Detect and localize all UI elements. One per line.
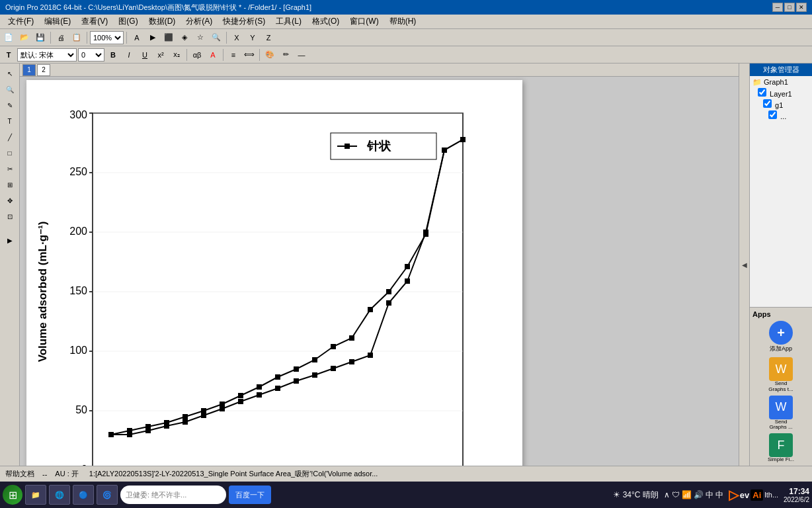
network-icon[interactable]: 🛡	[672, 490, 680, 499]
align-right-btn[interactable]: ⟺	[242, 48, 257, 62]
app-item-2[interactable]: F Simple Fi...	[752, 433, 809, 463]
sound-icon[interactable]: 🔊	[694, 490, 704, 499]
font-size-select[interactable]: 0	[78, 48, 104, 62]
lang-indicator[interactable]: 中	[706, 489, 713, 501]
minimize-button[interactable]: ─	[772, 3, 783, 12]
svg-text:0: 0	[81, 464, 87, 466]
toolbar-format: T 默认: 宋体 0 B I U x² x₂ αβ A ≡ ⟺ 🎨 ✏ —	[0, 46, 812, 64]
line-color-btn[interactable]: ✏	[278, 48, 293, 62]
menu-help[interactable]: 帮助(H)	[384, 15, 422, 28]
new-button[interactable]: 📄	[1, 30, 16, 45]
tb-btn-6[interactable]: 🔍	[209, 30, 223, 45]
align-left-btn[interactable]: ≡	[226, 48, 241, 62]
italic-button[interactable]: I	[122, 48, 136, 62]
svg-text:300: 300	[69, 109, 87, 120]
tb-btn-1[interactable]: A	[130, 30, 144, 45]
tb-btn-4[interactable]: ◈	[177, 30, 192, 45]
save-button[interactable]: 💾	[33, 30, 48, 45]
zoom-select[interactable]: 100%	[90, 31, 124, 44]
line-tool[interactable]: ╱	[2, 130, 18, 144]
tray-up-icon[interactable]: ∧	[664, 490, 670, 499]
superscript-button[interactable]: x²	[153, 48, 168, 62]
copy-button[interactable]: 📋	[69, 30, 84, 45]
tb-btn-9[interactable]: Z	[261, 30, 276, 45]
data-tool[interactable]: ⊞	[2, 177, 18, 192]
app-icon-0: W	[769, 357, 793, 381]
pointer-tool[interactable]: ↖	[2, 66, 18, 81]
app-item-1[interactable]: W SendGraphs ...	[752, 396, 809, 431]
maximize-button[interactable]: □	[784, 3, 795, 12]
tb-btn-8[interactable]: Y	[245, 30, 260, 45]
bold-button[interactable]: B	[106, 48, 120, 62]
font-select[interactable]: 默认: 宋体	[17, 48, 77, 62]
close-button[interactable]: ✕	[796, 3, 807, 12]
subscript-button[interactable]: x₂	[169, 48, 184, 62]
menu-edit[interactable]: 编辑(E)	[39, 15, 76, 28]
menu-file[interactable]: 文件(F)	[3, 15, 39, 28]
search-box[interactable]	[120, 486, 226, 504]
svg-rect-74	[423, 232, 428, 237]
font-color-btn[interactable]: A	[206, 48, 220, 62]
panel-arrow-icon[interactable]: ◀	[742, 261, 747, 269]
canvas-area: 1 2	[20, 64, 739, 466]
layer1-checkbox[interactable]	[758, 88, 766, 97]
draw-tool[interactable]: ✎	[2, 98, 18, 112]
baidu-button[interactable]: 百度一下	[229, 486, 271, 504]
start-button[interactable]: ⊞	[3, 485, 22, 505]
start-icon: ⊞	[9, 489, 17, 501]
fill-color-btn[interactable]: 🎨	[263, 48, 277, 62]
right-panel: 对象管理器 📁 Graph1 Layer1 g1 ... Apps	[749, 64, 812, 466]
tree-item-graph1[interactable]: 📁 Graph1	[751, 77, 811, 87]
alpha-btn[interactable]: αβ	[190, 48, 204, 62]
menu-format[interactable]: 格式(O)	[307, 15, 345, 28]
taskbar-right: ☀ 34°C 晴朗 ∧ 🛡 📶 🔊 中 中 ▷ ev Ai lth... 17:…	[613, 487, 809, 503]
print-button[interactable]: 🖨	[54, 30, 68, 45]
menu-analysis[interactable]: 分析(A)	[181, 15, 218, 28]
menu-window[interactable]: 窗口(W)	[345, 15, 384, 28]
move-tool[interactable]: ✥	[2, 193, 18, 208]
page-2[interactable]: 2	[37, 64, 50, 76]
region-tool[interactable]: ⊡	[2, 209, 18, 224]
page-1[interactable]: 1	[22, 64, 36, 76]
text-bold-btn[interactable]: T	[1, 48, 16, 62]
line-style-btn[interactable]: —	[294, 48, 309, 62]
menu-tools[interactable]: 工具(L)	[270, 15, 307, 28]
taskbar-file-explorer[interactable]: 📁	[25, 485, 46, 505]
svg-rect-72	[386, 289, 391, 294]
tb-btn-7[interactable]: X	[229, 30, 244, 45]
rect-tool[interactable]: □	[2, 146, 18, 160]
ime-indicator[interactable]: 中	[715, 489, 723, 501]
sub-checkbox[interactable]	[768, 110, 777, 119]
toolbar-main: 📄 📂 💾 🖨 📋 100% A ▶ ⬛ ◈ ☆ 🔍 X Y Z	[0, 29, 812, 46]
expand-arrow[interactable]: ▶	[2, 233, 18, 247]
time-display: 17:34	[784, 487, 809, 496]
underline-button[interactable]: U	[138, 48, 152, 62]
taskbar-browser[interactable]: 🌀	[97, 485, 118, 505]
menu-data[interactable]: 数据(D)	[143, 15, 181, 28]
tree-item-layer1[interactable]: Layer1	[751, 87, 811, 99]
open-button[interactable]: 📂	[17, 30, 32, 45]
weather-widget: ☀ 34°C 晴朗	[613, 489, 659, 501]
tb-btn-5[interactable]: ☆	[193, 30, 208, 45]
svg-text:100: 100	[69, 345, 87, 356]
text-tool[interactable]: T	[2, 114, 18, 128]
wifi-icon[interactable]: 📶	[682, 490, 692, 499]
tree-item-g1[interactable]: g1	[751, 99, 811, 110]
search-input[interactable]	[126, 491, 205, 499]
edit-tool[interactable]: ✂	[2, 161, 18, 176]
svg-rect-53	[405, 278, 410, 284]
add-app-button[interactable]: + 添加App	[752, 321, 809, 353]
menu-graph[interactable]: 图(G)	[113, 15, 143, 28]
tb-btn-2[interactable]: ▶	[145, 30, 160, 45]
app-item-0[interactable]: W SendGraphs t...	[752, 357, 809, 393]
clock: 17:34 2022/6/2	[784, 487, 809, 503]
taskbar-ie[interactable]: 🔵	[73, 485, 94, 505]
menu-quick-analysis[interactable]: 快捷分析(S)	[218, 15, 270, 28]
taskbar-edge[interactable]: 🌐	[49, 485, 70, 505]
g1-checkbox[interactable]	[763, 99, 772, 108]
zoom-tool[interactable]: 🔍	[2, 82, 18, 97]
menu-view[interactable]: 查看(V)	[76, 15, 113, 28]
tree-item-sub[interactable]: ...	[751, 110, 811, 121]
tb-btn-3[interactable]: ⬛	[161, 30, 176, 45]
panel-toggle[interactable]: ◀	[739, 64, 749, 466]
